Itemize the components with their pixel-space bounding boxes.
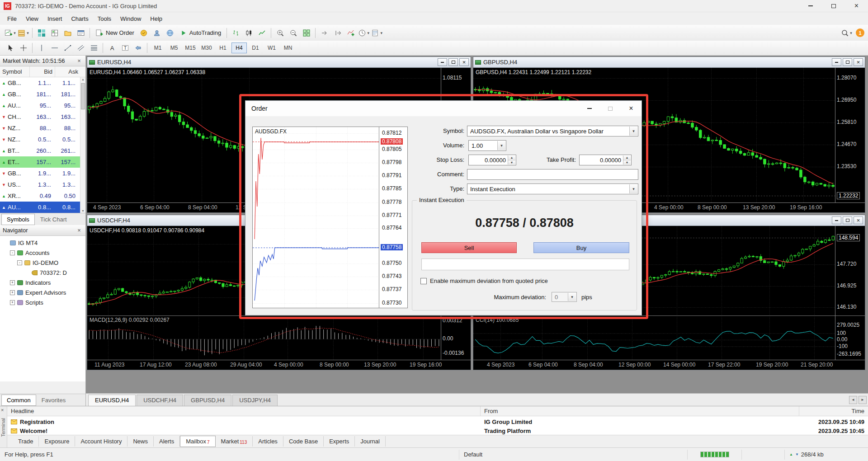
chart-tab-eurusd-h4[interactable]: EURUSD,H4 [88,395,136,406]
chevron-down-icon[interactable]: ▾ [629,127,637,136]
window-close-button[interactable]: × [845,0,868,12]
terminal-tab-news[interactable]: News [127,436,154,447]
tab-common[interactable]: Common [1,395,36,406]
buy-button[interactable]: Buy [533,242,629,253]
chevron-down-icon[interactable]: ▾ [629,184,637,193]
line-chart-button[interactable] [256,27,268,39]
profiles-button[interactable]: ▾ [17,27,29,39]
column-from[interactable]: From [481,406,799,416]
navigator-item-scripts[interactable]: +Scripts [0,297,85,307]
trendline-button[interactable] [61,42,74,54]
timeframe-w1-button[interactable]: W1 [264,42,279,53]
order-minimize-button[interactable] [579,101,600,116]
terminal-tab-trade[interactable]: Trade [13,436,39,447]
chart-minimize-button[interactable] [438,58,447,66]
market-watch-row-gb[interactable]: ▲GB...181...181... [0,89,85,100]
timeframe-m5-button[interactable]: M5 [166,42,182,53]
symbol-select[interactable]: AUDSGD.FX, Australian Dollar vs Singapor… [467,126,638,136]
terminal-tab-code-base[interactable]: Code Base [283,436,324,447]
stop-loss-input[interactable]: 0.00000 ▲▼ [468,155,516,165]
market-watch-row-au[interactable]: ▲AU...0.8...0.8... [0,202,85,213]
indicators-button[interactable] [344,27,357,39]
timeframe-m1-button[interactable]: M1 [150,42,165,53]
timeframe-h1-button[interactable]: H1 [215,42,231,53]
fibonacci-button[interactable] [88,42,100,54]
autotrading-button[interactable]: AutoTrading [177,27,224,39]
zoom-out-button[interactable] [287,27,299,39]
menu-window[interactable]: Window [116,13,146,24]
tabs-scroll-right-icon[interactable]: ► [859,396,867,404]
zoom-in-button[interactable] [274,27,286,39]
terminal-button[interactable] [75,27,87,39]
market-watch-row-us[interactable]: ▼US...1.3...1.3... [0,179,85,190]
spin-up-icon[interactable]: ▲ [623,155,631,160]
scrollbar-thumb[interactable] [81,83,85,109]
timeframe-mn-button[interactable]: MN [280,42,296,53]
terminal-close-icon[interactable]: × [1,407,4,413]
new-chart-button[interactable]: ▾ [4,27,16,39]
navigator-item-expert-advisors[interactable]: +Expert Advisors [0,287,85,297]
mail-row[interactable]: Registration IG Group Limited 2023.09.25… [7,416,868,428]
spin-up-icon[interactable]: ▲ [508,155,515,160]
status-profile[interactable]: Default [459,450,687,460]
cursor-button[interactable] [4,42,16,54]
max-deviation-select[interactable]: 0 ▾ [552,292,577,302]
chart-restore-button[interactable] [843,58,852,66]
volume-select[interactable]: 1.00 ▾ [468,140,506,151]
terminal-tab-exposure[interactable]: Exposure [39,436,75,447]
bar-chart-button[interactable] [230,27,242,39]
navigator-item-ig-demo[interactable]: -IG-DEMO [0,258,85,268]
expand-icon[interactable]: + [10,290,15,295]
market-watch-row-gb[interactable]: ▼GB...1.9...1.9... [0,168,85,179]
market-watch-row-nz[interactable]: ▼NZ...0.5...0.5... [0,134,85,145]
column-bid[interactable]: Bid [30,66,55,77]
expert-advisors-button[interactable] [151,27,163,39]
column-headline[interactable]: Headline [7,406,481,416]
scroll-up-icon[interactable]: ▲ [80,78,85,81]
chevron-down-icon[interactable]: ▾ [497,141,505,150]
timeframe-m30-button[interactable]: M30 [199,42,214,53]
chart-close-button[interactable]: × [459,58,469,66]
order-maximize-button[interactable] [600,101,621,116]
stop-loss-stepper[interactable]: ▲▼ [508,155,515,165]
chart-minimize-button[interactable] [832,58,841,66]
market-watch-button[interactable] [35,27,47,39]
navigator-item-ig-mt4[interactable]: IG MT4 [0,238,85,248]
crosshair-button[interactable] [17,42,29,54]
mail-row[interactable]: Welcome! Trading Platform 2023.09.25 10:… [7,428,868,434]
menu-charts[interactable]: Charts [66,13,93,24]
chevron-down-icon[interactable]: ▾ [568,293,576,301]
candlestick-chart-button[interactable] [243,27,255,39]
column-time[interactable]: Time [799,406,868,416]
data-window-button[interactable] [48,27,61,39]
market-watch-scrollbar[interactable]: ▲ ▼ [80,77,85,213]
type-select[interactable]: Instant Execution ▾ [467,183,638,194]
chart-shift-button[interactable] [331,27,344,39]
text-label-button[interactable]: T [119,42,131,54]
tabs-scroll-left-icon[interactable]: ◄ [849,396,857,404]
navigator-item-703372-d[interactable]: 703372: D [0,268,85,278]
chart-tab-usdjpy-h4[interactable]: USDJPY,H4 [232,395,278,406]
navigator-item-accounts[interactable]: -Accounts [0,248,85,258]
comment-input[interactable] [467,169,638,180]
deviation-checkbox-row[interactable]: Enable maximum deviation from quoted pri… [420,278,548,284]
take-profit-input[interactable]: 0.00000 ▲▼ [579,155,632,165]
menu-tools[interactable]: Tools [93,13,116,24]
tab-favorites[interactable]: Favorites [36,395,71,406]
menu-help[interactable]: Help [146,13,167,24]
timeframe-h4-button[interactable]: H4 [231,42,247,53]
tab-symbols[interactable]: Symbols [1,214,35,225]
terminal-tab-market[interactable]: Market113 [216,436,253,447]
tab-tick-chart[interactable]: Tick Chart [35,214,72,225]
collapse-icon[interactable]: - [10,250,15,255]
community-button[interactable] [164,27,176,39]
column-symbol[interactable]: Symbol [0,66,30,77]
order-close-button[interactable]: × [621,101,642,116]
chart-restore-button[interactable] [448,58,458,66]
spin-down-icon[interactable]: ▼ [508,160,515,165]
chart-minimize-button[interactable] [832,216,841,224]
metaeditor-button[interactable] [138,27,150,39]
new-order-button[interactable]: New Order [92,27,137,39]
navigator-close-icon[interactable]: × [75,227,83,234]
terminal-tab-articles[interactable]: Articles [253,436,283,447]
